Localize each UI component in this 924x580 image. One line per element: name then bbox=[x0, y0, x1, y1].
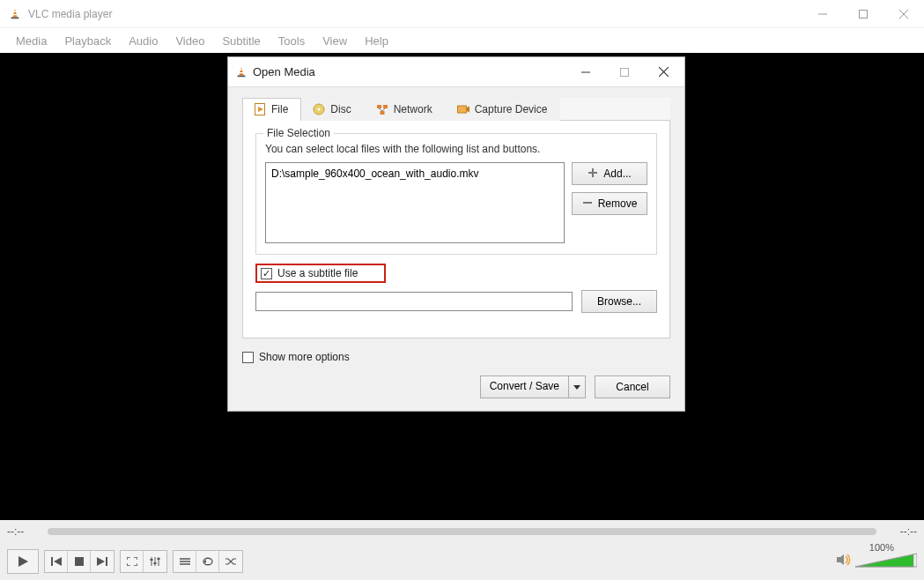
svg-rect-42 bbox=[158, 558, 160, 560]
dialog-close-button[interactable] bbox=[644, 59, 683, 86]
playback-controls: 100% bbox=[0, 543, 924, 580]
subtitle-checkbox[interactable] bbox=[261, 268, 272, 279]
subtitle-checkbox-label: Use a subtitle file bbox=[277, 267, 358, 279]
stop-button[interactable] bbox=[68, 551, 91, 572]
tab-file[interactable]: File bbox=[242, 98, 301, 121]
network-icon bbox=[376, 103, 388, 115]
seek-slider[interactable] bbox=[48, 528, 876, 535]
add-button[interactable]: Add... bbox=[572, 162, 647, 185]
next-button[interactable] bbox=[91, 551, 114, 572]
maximize-button[interactable] bbox=[843, 1, 883, 27]
menu-media[interactable]: Media bbox=[7, 31, 55, 51]
svg-rect-28 bbox=[588, 172, 597, 174]
svg-marker-35 bbox=[97, 557, 105, 566]
dialog-minimize-button[interactable] bbox=[566, 59, 605, 86]
playlist-button[interactable] bbox=[174, 551, 196, 572]
menu-playback[interactable]: Playback bbox=[55, 31, 120, 51]
speaker-icon[interactable] bbox=[836, 553, 852, 570]
tab-strip: File Disc Network Capture Device bbox=[242, 98, 670, 121]
svg-marker-30 bbox=[573, 385, 580, 390]
remove-button-label: Remove bbox=[598, 197, 638, 210]
vlc-cone-icon bbox=[9, 8, 21, 20]
window-title: VLC media player bbox=[28, 8, 802, 20]
svg-rect-29 bbox=[583, 202, 592, 204]
tab-disc[interactable]: Disc bbox=[301, 98, 364, 121]
loop-button[interactable] bbox=[196, 551, 219, 572]
svg-rect-9 bbox=[240, 69, 243, 70]
svg-marker-33 bbox=[54, 557, 62, 566]
more-options-label: Show more options bbox=[259, 351, 350, 363]
svg-rect-40 bbox=[151, 559, 153, 561]
menu-audio[interactable]: Audio bbox=[120, 31, 166, 51]
main-window-controls bbox=[802, 1, 924, 27]
more-options-checkbox[interactable] bbox=[242, 352, 254, 363]
svg-rect-36 bbox=[106, 557, 107, 566]
cancel-button[interactable]: Cancel bbox=[595, 376, 670, 398]
open-media-dialog: Open Media File Disc Network bbox=[227, 56, 685, 412]
seek-row: --:-- --:-- bbox=[0, 520, 924, 543]
dialog-button-row: Convert / Save Cancel bbox=[242, 376, 670, 398]
tab-capture-label: Capture Device bbox=[475, 103, 548, 115]
file-selection-group: File Selection You can select local file… bbox=[255, 133, 657, 255]
svg-rect-41 bbox=[154, 562, 157, 564]
browse-button[interactable]: Browse... bbox=[581, 290, 657, 313]
menu-tools[interactable]: Tools bbox=[270, 31, 314, 51]
bottom-panel: --:-- --:-- 100% bbox=[0, 520, 924, 580]
svg-point-19 bbox=[318, 108, 321, 111]
svg-marker-0 bbox=[12, 8, 17, 17]
capture-icon bbox=[457, 103, 469, 115]
subtitle-checkbox-row[interactable]: Use a subtitle file bbox=[255, 264, 386, 283]
tab-capture-device[interactable]: Capture Device bbox=[446, 98, 561, 121]
file-list-item[interactable]: D:\sample_960x400_ocean_with_audio.mkv bbox=[271, 167, 558, 180]
svg-rect-2 bbox=[13, 14, 18, 15]
menu-video[interactable]: Video bbox=[166, 31, 213, 51]
dialog-title: Open Media bbox=[253, 65, 566, 78]
dialog-titlebar[interactable]: Open Media bbox=[228, 57, 684, 87]
menu-help[interactable]: Help bbox=[356, 31, 397, 51]
cancel-button-label: Cancel bbox=[616, 381, 648, 393]
fullscreen-button[interactable] bbox=[121, 551, 144, 572]
tab-network-label: Network bbox=[394, 103, 432, 115]
volume-slider[interactable] bbox=[855, 553, 917, 570]
file-list[interactable]: D:\sample_960x400_ocean_with_audio.mkv bbox=[265, 162, 565, 243]
svg-line-23 bbox=[379, 108, 382, 111]
volume-label: 100% bbox=[869, 542, 894, 553]
svg-rect-5 bbox=[860, 10, 868, 18]
svg-line-24 bbox=[382, 108, 385, 111]
svg-rect-22 bbox=[380, 111, 384, 115]
previous-button[interactable] bbox=[45, 551, 68, 572]
svg-rect-34 bbox=[75, 557, 84, 566]
tab-network[interactable]: Network bbox=[365, 98, 446, 121]
minimize-button[interactable] bbox=[802, 1, 843, 27]
shuffle-button[interactable] bbox=[219, 551, 242, 572]
close-button[interactable] bbox=[883, 1, 924, 27]
plus-icon bbox=[588, 167, 598, 181]
tab-file-label: File bbox=[271, 103, 288, 115]
file-selection-hint: You can select local files with the foll… bbox=[265, 143, 647, 155]
remove-button[interactable]: Remove bbox=[572, 192, 647, 215]
subtitle-path-input[interactable] bbox=[255, 292, 573, 311]
show-more-options-row[interactable]: Show more options bbox=[242, 351, 670, 363]
convert-save-dropdown[interactable] bbox=[569, 376, 585, 398]
total-time: --:-- bbox=[882, 525, 917, 538]
svg-marker-31 bbox=[18, 556, 28, 567]
svg-rect-10 bbox=[240, 72, 244, 73]
convert-save-label: Convert / Save bbox=[481, 376, 569, 398]
file-selection-legend: File Selection bbox=[263, 127, 334, 139]
play-button[interactable] bbox=[7, 549, 39, 574]
vlc-cone-icon bbox=[235, 66, 248, 78]
svg-rect-3 bbox=[11, 17, 19, 19]
dialog-maximize-button[interactable] bbox=[605, 59, 644, 86]
svg-rect-11 bbox=[238, 75, 246, 77]
menu-view[interactable]: View bbox=[314, 31, 356, 51]
svg-rect-32 bbox=[51, 557, 53, 566]
video-area: Open Media File Disc Network bbox=[0, 53, 924, 520]
tab-panel-file: File Selection You can select local file… bbox=[242, 121, 670, 338]
svg-rect-20 bbox=[377, 105, 381, 108]
volume-area: 100% bbox=[836, 553, 917, 570]
tab-disc-label: Disc bbox=[330, 103, 351, 115]
convert-save-button[interactable]: Convert / Save bbox=[480, 376, 586, 398]
svg-marker-8 bbox=[239, 66, 243, 75]
menu-subtitle[interactable]: Subtitle bbox=[213, 31, 269, 51]
extended-settings-button[interactable] bbox=[144, 551, 166, 572]
